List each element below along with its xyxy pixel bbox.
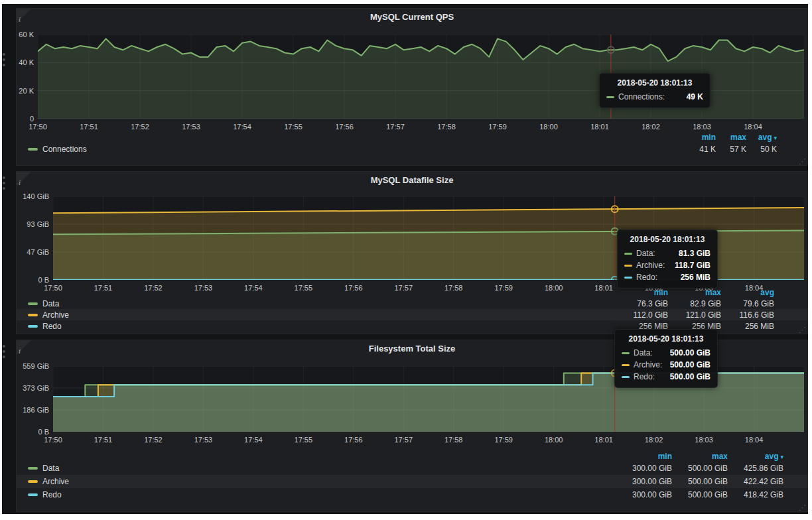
- legend-sort-max[interactable]: max: [716, 133, 746, 142]
- legend-series-name[interactable]: Redo: [42, 322, 62, 331]
- y-axis-tick-label: 40 K: [3, 58, 34, 67]
- x-axis-tick-label: 18:01: [583, 122, 616, 131]
- x-axis-tick-label: 17:52: [123, 122, 157, 131]
- legend-sort-max[interactable]: max: [672, 452, 728, 461]
- legend-series-color-dash[interactable]: [28, 148, 38, 151]
- legend-stat-value: 57 K: [716, 145, 746, 154]
- x-axis-tick-label: 18:04: [738, 283, 771, 292]
- panel-title[interactable]: MySQL Current QPS: [17, 12, 807, 22]
- tooltip-series-value: 500.00 GiB: [663, 360, 710, 369]
- legend-series-color-dash[interactable]: [28, 302, 38, 305]
- tooltip-series-color-dash: [624, 253, 632, 255]
- panel-resize-handle[interactable]: ⋰: [799, 326, 806, 334]
- tooltip-series-value: 256 MiB: [674, 273, 710, 282]
- tooltip-timestamp: 2018-05-20 18:01:13: [606, 78, 703, 88]
- y-axis-tick-label: 186 GiB: [19, 405, 49, 415]
- legend-series-row: Archive300.00 GiB500.00 GiB422.42 GiB: [17, 475, 807, 488]
- x-axis-tick-label: 17:55: [277, 122, 310, 131]
- y-axis-tick-label: 47 GiB: [19, 247, 49, 257]
- legend-stat-value: 256 MiB: [721, 322, 774, 331]
- x-axis-tick-label: 17:53: [174, 122, 208, 131]
- legend-sort-min[interactable]: min: [616, 452, 672, 461]
- tooltip-series-name: Data:: [634, 348, 653, 358]
- legend-stat-value: 76.3 GiB: [615, 299, 668, 308]
- x-axis-tick-label: 17:57: [379, 122, 412, 131]
- x-axis-tick-label: 17:57: [387, 283, 420, 292]
- tooltip-series-row: Archive:500.00 GiB: [622, 359, 710, 371]
- x-axis-tick-label: 18:04: [736, 122, 770, 131]
- legend-stat-value: 41 K: [685, 145, 716, 154]
- x-axis-tick-label: 17:51: [86, 435, 119, 444]
- x-axis-tick-label: 17:52: [137, 283, 170, 292]
- graph-tooltip: 2018-05-20 18:01:13 Data:81.3 GiBArchive…: [617, 229, 718, 289]
- x-axis-tick-label: 18:00: [532, 122, 565, 131]
- x-axis-tick-label: 17:52: [137, 435, 170, 444]
- legend-series-row: Data300.00 GiB500.00 GiB425.86 GiB: [17, 462, 807, 475]
- legend-stat-value: 116.6 GiB: [721, 310, 774, 320]
- row-drag-handle[interactable]: [3, 176, 5, 179]
- x-axis-tick-label: 18:04: [738, 435, 771, 444]
- legend-series-name[interactable]: Data: [42, 299, 59, 308]
- x-axis-tick-label: 17:54: [237, 435, 270, 444]
- x-axis-tick-label: 17:54: [237, 283, 270, 292]
- legend-stat-value: 300.00 GiB: [616, 490, 672, 499]
- legend-stat-value: 422.42 GiB: [728, 477, 783, 486]
- x-axis-tick-label: 17:59: [487, 435, 520, 444]
- legend-stat-value: 112.0 GiB: [615, 310, 668, 320]
- legend: minmaxavg▾Connections41 K57 K50 K: [17, 132, 807, 156]
- panel-resize-handle[interactable]: ⋰: [799, 504, 806, 511]
- legend-sort-avg[interactable]: avg▾: [728, 452, 783, 461]
- tooltip-series-name: Archive:: [636, 261, 665, 270]
- legend-series-color-dash[interactable]: [28, 467, 38, 470]
- x-axis-tick-label: 18:01: [587, 283, 620, 292]
- tooltip-series-color-dash: [622, 352, 630, 354]
- tooltip-series-name: Data:: [636, 249, 655, 258]
- legend-series-color-dash[interactable]: [28, 325, 38, 328]
- tooltip-series-name: Archive:: [634, 360, 662, 369]
- tooltip-series-row: Connections:49 K: [606, 91, 703, 103]
- panel-title[interactable]: MySQL Datafile Size: [17, 175, 807, 185]
- x-axis-tick-label: 17:59: [487, 283, 520, 292]
- legend-series-name[interactable]: Redo: [42, 490, 62, 499]
- x-axis-tick-label: 17:51: [72, 122, 105, 131]
- tooltip-rows: Connections:49 K: [606, 91, 703, 103]
- legend-stat-value: 300.00 GiB: [616, 477, 672, 486]
- tooltip-series-row: Data:500.00 GiB: [622, 347, 710, 359]
- panel-resize-handle[interactable]: ⋰: [799, 158, 806, 165]
- tooltip-series-row: Redo:500.00 GiB: [622, 371, 710, 383]
- x-axis-tick-label: 18:03: [687, 435, 720, 444]
- legend-series-name[interactable]: Archive: [42, 310, 69, 320]
- legend-series-color-dash[interactable]: [28, 314, 38, 316]
- tooltip-series-value: 81.3 GiB: [672, 249, 710, 258]
- x-axis-tick-label: 18:02: [634, 122, 667, 131]
- legend-series-name[interactable]: Archive: [42, 477, 69, 486]
- x-axis-tick-label: 18:01: [587, 435, 620, 444]
- legend-series-row: Redo300.00 GiB500.00 GiB418.42 GiB: [17, 488, 807, 501]
- legend: minmaxavgData76.3 GiB82.9 GiB79.6 GiBArc…: [17, 287, 807, 332]
- legend-stat-value: 50 K: [746, 145, 777, 154]
- row-drag-handle[interactable]: [3, 53, 5, 56]
- x-axis-tick-label: 17:53: [186, 435, 220, 444]
- x-axis-tick-label: 17:58: [437, 283, 470, 292]
- tooltip-series-row: Data:81.3 GiB: [624, 247, 710, 259]
- tooltip-series-value: 500.00 GiB: [663, 348, 710, 358]
- legend-sort-min[interactable]: min: [685, 133, 716, 142]
- legend-series-color-dash[interactable]: [28, 480, 38, 483]
- tooltip-series-color-dash: [622, 376, 630, 378]
- legend-series-name[interactable]: Connections: [42, 145, 87, 154]
- legend-sort-avg[interactable]: avg▾: [746, 133, 777, 142]
- x-axis-tick-label: 17:55: [287, 435, 320, 444]
- grafana-dashboard: i MySQL Current QPS minmaxavg▾Connection…: [2, 4, 808, 514]
- legend-series-name[interactable]: Data: [42, 464, 59, 473]
- legend-stat-value: 79.6 GiB: [721, 299, 774, 308]
- y-axis-tick-label: 373 GiB: [19, 383, 49, 393]
- x-axis-tick-label: 18:00: [537, 283, 571, 292]
- y-axis-tick-label: 140 GiB: [19, 192, 49, 201]
- row-drag-handle[interactable]: [3, 345, 5, 348]
- y-axis-tick-label: 559 GiB: [19, 361, 49, 371]
- legend-stat-value: 500.00 GiB: [672, 477, 728, 486]
- legend-series-color-dash[interactable]: [28, 493, 38, 496]
- tooltip-rows: Data:81.3 GiBArchive:118.7 GiBRedo:256 M…: [624, 247, 710, 283]
- x-axis-tick-label: 17:56: [337, 435, 370, 444]
- tooltip-timestamp: 2018-05-20 18:01:13: [622, 334, 710, 344]
